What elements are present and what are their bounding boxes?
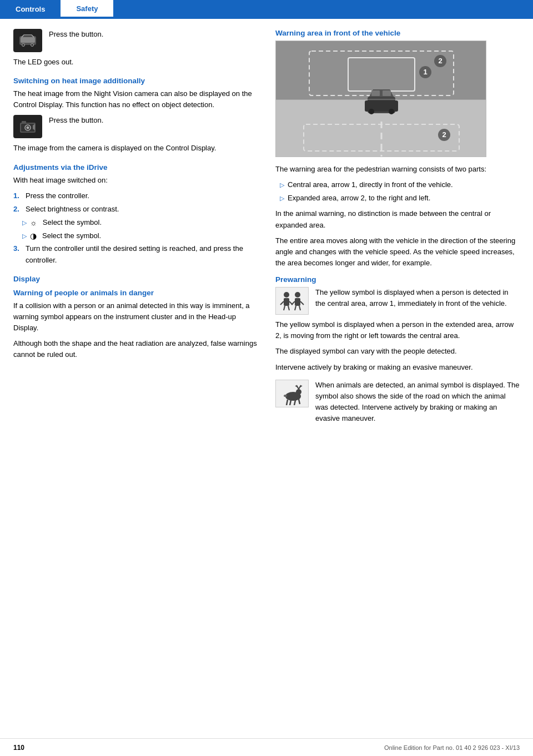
step-1: 1. Press the controller. [13, 190, 258, 201]
prewarning-text1: The yellow symbol is displayed when a pe… [315, 287, 520, 309]
svg-point-54 [284, 395, 287, 397]
svg-text:2: 2 [438, 57, 442, 65]
prewarning-text3: The displayed symbol can vary with the p… [275, 346, 520, 357]
prewarn-animal-icon [275, 380, 309, 407]
step-2-num: 2. [13, 204, 22, 215]
adjustments-heading: Adjustments via the iDrive [13, 163, 258, 172]
button-icon-2 [13, 115, 42, 138]
prewarning-icon-row: The yellow symbol is displayed when a pe… [275, 287, 520, 315]
svg-rect-8 [22, 121, 26, 123]
warning-area-bullets: ▷ Central area, arrow 1, directly in fro… [280, 179, 520, 204]
warning-bullet-2-text: Expanded area, arrow 2, to the right and… [288, 193, 430, 204]
svg-text:2: 2 [442, 130, 446, 139]
warning-people-text1: If a collision with a person or an anima… [13, 300, 258, 334]
button-icon-1 [13, 29, 42, 52]
sun-icon: ☼ [30, 217, 37, 229]
svg-point-3 [31, 44, 34, 47]
press-button-1-text: Press the button. [49, 29, 103, 40]
circle-icon: ◑ [30, 230, 37, 243]
animal-icon-row: When animals are detected, an animal sym… [275, 380, 520, 429]
svg-rect-21 [383, 90, 391, 96]
prewarning-text2: The yellow symbol is displayed when a pe… [275, 319, 520, 341]
animal-text-block: When animals are detected, an animal sym… [315, 380, 520, 429]
tab-safety[interactable]: Safety [61, 0, 113, 18]
page-number: 110 [13, 744, 24, 752]
display-section: Display Warning of people or animals in … [13, 275, 258, 361]
warning-people-text2: Although both the shape and the heat rad… [13, 338, 258, 360]
arrow-bullet-2: ▷ [22, 231, 27, 241]
svg-rect-45 [296, 392, 299, 396]
warning-bullet-1-text: Central area, arrow 1, directly in front… [288, 179, 453, 190]
sub-step-1: ▷ ☼ Select the symbol. [22, 217, 258, 229]
right-column: Warning area in front of the vehicle 2 1 [275, 29, 520, 433]
main-content: Press the button. The LED goes out. Swit… [0, 19, 533, 466]
arrow-bullet-r1: ▷ [280, 180, 284, 190]
step-2: 2. Select brightness or contrast. [13, 204, 258, 215]
warning-people-heading: Warning of people or animals in danger [13, 289, 258, 297]
header-tabs: Controls Safety [0, 0, 533, 18]
animal-warning-text: In the animal warning, no distinction is… [275, 208, 520, 230]
svg-rect-29 [278, 289, 306, 313]
step-3-text: Turn the controller until the desired se… [26, 243, 258, 265]
warning-bullet-1: ▷ Central area, arrow 1, directly in fro… [280, 179, 520, 190]
step-3: 3. Turn the controller until the desired… [13, 243, 258, 265]
svg-rect-31 [284, 298, 289, 306]
step-3-num: 3. [13, 243, 22, 265]
press-button-1-row: Press the button. [13, 29, 258, 52]
sub-step-2: ▷ ◑ Select the symbol. [22, 230, 258, 243]
press-button-2-text: Press the button. [49, 115, 103, 126]
arrow-bullet-r2: ▷ [280, 194, 284, 203]
svg-point-2 [22, 44, 25, 47]
with-heat-text: With heat image switched on: [13, 175, 258, 186]
prewarning-heading: Prewarning [275, 275, 520, 284]
image-display-text: The image from the camera is displayed o… [13, 143, 258, 154]
led-goes-out-text: The LED goes out. [13, 57, 258, 68]
moves-along-text: The entire area moves along with the veh… [275, 235, 520, 269]
prewarn-person-icon [275, 287, 309, 315]
step-1-num: 1. [13, 190, 22, 201]
press-button-2-row: Press the button. [13, 115, 258, 138]
sub-steps-list: ▷ ☼ Select the symbol. ▷ ◑ Select the sy… [22, 217, 258, 242]
footer: 110 Online Edition for Part no. 01 40 2 … [0, 738, 533, 756]
step-2-text: Select brightness or contrast. [26, 204, 119, 215]
steps-list: 1. Press the controller. 2. Select brigh… [13, 190, 258, 266]
svg-point-30 [284, 292, 289, 298]
animal-icon-text: When animals are detected, an animal sym… [315, 380, 520, 425]
tab-controls[interactable]: Controls [0, 0, 61, 18]
sub-step-1-text: Select the symbol. [43, 217, 102, 228]
svg-text:1: 1 [423, 68, 427, 76]
prewarning-text4: Intervene actively by braking or making … [275, 362, 520, 373]
svg-point-36 [295, 292, 300, 298]
svg-rect-1 [21, 37, 35, 43]
sub-step-2-text: Select the symbol. [42, 230, 101, 241]
left-column: Press the button. The LED goes out. Swit… [13, 29, 258, 433]
prewarning-text-block: The yellow symbol is displayed when a pe… [315, 287, 520, 314]
display-heading: Display [13, 275, 258, 283]
warning-area-diagram: 2 1 [275, 41, 486, 157]
arrow-bullet-1: ▷ [22, 218, 27, 228]
switching-heading: Switching on heat image additionally [13, 77, 258, 85]
warning-area-heading: Warning area in front of the vehicle [275, 29, 520, 37]
footer-info: Online Edition for Part no. 01 40 2 926 … [384, 744, 520, 751]
svg-point-7 [27, 127, 29, 129]
svg-rect-20 [371, 90, 380, 96]
warning-bullet-2: ▷ Expanded area, arrow 2, to the right a… [280, 193, 520, 204]
svg-point-23 [389, 109, 394, 114]
svg-rect-37 [295, 298, 300, 306]
step-1-text: Press the controller. [26, 190, 89, 201]
switching-text: The heat image from the Night Vision cam… [13, 88, 258, 110]
svg-point-22 [369, 109, 374, 114]
warning-area-text: The warning area for the pedestrian warn… [275, 164, 520, 175]
